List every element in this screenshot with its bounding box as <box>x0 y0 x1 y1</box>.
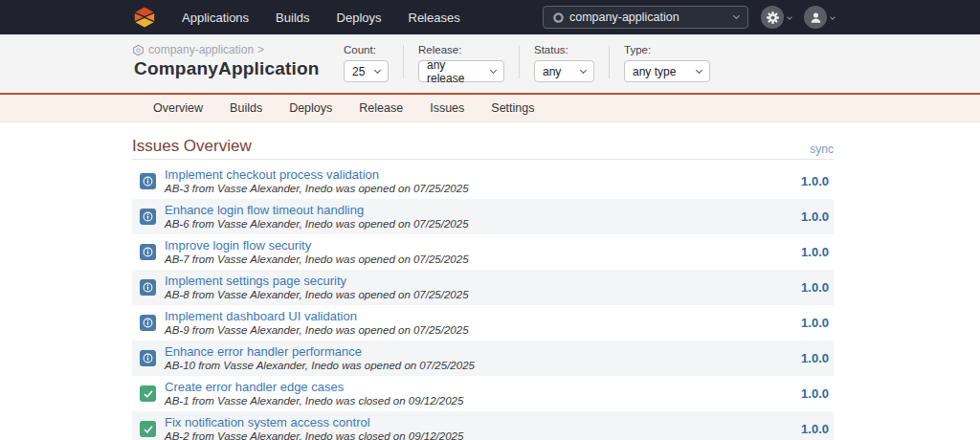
type-label: Type: <box>624 44 710 55</box>
issue-meta: AB-6 from Vasse Alexander, Inedo was ope… <box>165 217 469 231</box>
open-issue-icon <box>140 173 156 189</box>
tab-overview[interactable]: Overview <box>140 101 216 115</box>
issue-version-link[interactable]: 1.0.0 <box>801 209 829 224</box>
tab-release[interactable]: Release <box>345 101 416 115</box>
chevron-down-icon <box>490 67 497 74</box>
nav-releases[interactable]: Releases <box>395 11 474 25</box>
issue-row[interactable]: Enhance login flow timeout handling AB-6… <box>132 199 834 234</box>
title-block: company-application > CompanyApplication <box>132 34 329 79</box>
info-icon <box>142 317 154 329</box>
count-label: Count: <box>344 44 389 55</box>
issue-title-link[interactable]: Implement dashboard UI validation <box>165 309 469 323</box>
closed-issue-icon <box>140 421 156 437</box>
application-tabbar: Overview Builds Deploys Release Issues S… <box>0 95 980 122</box>
application-select[interactable]: company-application <box>543 6 748 29</box>
info-icon <box>142 281 154 294</box>
issue-title-link[interactable]: Fix notification system access control <box>165 415 463 429</box>
status-select[interactable]: any <box>534 60 594 82</box>
issue-version-link[interactable]: 1.0.0 <box>801 386 829 401</box>
user-icon <box>809 11 823 25</box>
issue-title-link[interactable]: Implement checkout process validation <box>165 167 469 182</box>
issue-row[interactable]: Improve login flow security AB-7 from Va… <box>132 234 834 270</box>
nav-applications[interactable]: Applications <box>168 11 262 25</box>
count-select[interactable]: 25 <box>344 60 389 82</box>
issue-version-link[interactable]: 1.0.0 <box>801 245 829 259</box>
nav-builds[interactable]: Builds <box>262 11 323 25</box>
filter-count: Count: 25 <box>329 44 403 82</box>
section-title: Issues Overview <box>132 137 252 156</box>
status-select-value: any <box>543 65 561 78</box>
issue-meta: AB-8 from Vasse Alexander, Inedo was ope… <box>165 288 469 301</box>
issue-row[interactable]: Implement settings page security AB-8 fr… <box>132 270 834 305</box>
gear-icon <box>766 11 780 25</box>
application-select-value: company-application <box>569 11 679 24</box>
breadcrumb-separator: > <box>257 43 264 56</box>
issue-list: Implement checkout process validation AB… <box>132 164 834 440</box>
issue-row[interactable]: Create error handler edge cases AB-1 fro… <box>132 376 834 411</box>
section-header: Issues Overview sync <box>132 122 834 160</box>
issue-title-link[interactable]: Enhance login flow timeout handling <box>165 203 469 217</box>
tab-issues[interactable]: Issues <box>416 101 478 115</box>
issue-text: Enhance login flow timeout handling AB-6… <box>165 203 469 231</box>
chevron-down-icon <box>733 12 740 19</box>
chevron-down-icon <box>374 66 381 73</box>
tab-builds[interactable]: Builds <box>216 101 276 115</box>
issue-title-link[interactable]: Create error handler edge cases <box>165 380 463 394</box>
user-caret-icon[interactable] <box>830 14 835 20</box>
tab-deploys[interactable]: Deploys <box>276 101 345 115</box>
issue-meta: AB-10 from Vasse Alexander, Inedo was op… <box>165 359 475 372</box>
issue-title-link[interactable]: Improve login flow security <box>165 238 469 253</box>
issue-text: Improve login flow security AB-7 from Va… <box>165 238 469 266</box>
closed-issue-icon <box>140 385 156 402</box>
issue-text: Implement dashboard UI validation AB-9 f… <box>165 309 469 337</box>
tab-settings[interactable]: Settings <box>478 101 547 115</box>
issue-text: Implement checkout process validation AB… <box>165 167 469 195</box>
issue-text: Implement settings page security AB-8 fr… <box>165 274 469 301</box>
issue-meta: AB-2 from Vasse Alexander, Inedo was clo… <box>165 429 463 440</box>
info-icon <box>142 246 154 258</box>
open-issue-icon <box>140 209 156 225</box>
issue-meta: AB-3 from Vasse Alexander, Inedo was ope… <box>165 182 469 195</box>
issue-version-link[interactable]: 1.0.0 <box>801 280 829 295</box>
issue-version-link[interactable]: 1.0.0 <box>801 422 829 436</box>
issue-meta: AB-7 from Vasse Alexander, Inedo was ope… <box>165 253 469 266</box>
count-select-value: 25 <box>352 65 365 78</box>
issue-meta: AB-1 from Vasse Alexander, Inedo was clo… <box>165 394 463 407</box>
release-select[interactable]: any release <box>418 60 504 82</box>
breadcrumb[interactable]: company-application > <box>132 43 329 56</box>
open-issue-icon <box>140 350 156 366</box>
application-hexagon-icon <box>132 44 145 56</box>
buildmaster-logo-icon <box>132 5 157 30</box>
top-navbar: Applications Builds Deploys Releases com… <box>0 0 980 34</box>
settings-button[interactable] <box>761 6 784 29</box>
chevron-down-icon <box>696 66 702 73</box>
issue-version-link[interactable]: 1.0.0 <box>801 316 829 330</box>
issue-version-link[interactable]: 1.0.0 <box>801 351 829 365</box>
filter-release: Release: any release <box>404 44 519 82</box>
issue-row[interactable]: Implement checkout process validation AB… <box>132 164 834 199</box>
buildmaster-logo[interactable] <box>132 5 157 30</box>
settings-caret-icon[interactable] <box>787 14 792 20</box>
check-icon <box>143 424 154 435</box>
issue-row[interactable]: Enhance error handler performance AB-10 … <box>132 341 834 376</box>
page-title: CompanyApplication <box>134 58 329 79</box>
issue-title-link[interactable]: Enhance error handler performance <box>165 344 475 359</box>
user-menu-button[interactable] <box>804 6 827 29</box>
type-select-value: any type <box>633 65 676 78</box>
issue-row[interactable]: Fix notification system access control A… <box>132 411 834 440</box>
issue-row[interactable]: Implement dashboard UI validation AB-9 f… <box>132 305 834 341</box>
type-select[interactable]: any type <box>624 60 710 82</box>
issue-text: Create error handler edge cases AB-1 fro… <box>165 380 463 407</box>
issue-title-link[interactable]: Implement settings page security <box>165 274 469 288</box>
issue-text: Fix notification system access control A… <box>165 415 463 440</box>
nav-deploys[interactable]: Deploys <box>323 11 395 25</box>
sync-link[interactable]: sync <box>810 143 834 156</box>
breadcrumb-label[interactable]: company-application <box>148 43 254 56</box>
open-issue-icon <box>140 279 156 296</box>
filter-status: Status: any <box>520 44 609 82</box>
main-menu: Applications Builds Deploys Releases <box>168 11 474 25</box>
issue-version-link[interactable]: 1.0.0 <box>801 174 829 188</box>
issue-text: Enhance error handler performance AB-10 … <box>165 344 475 372</box>
release-select-value: any release <box>427 58 483 85</box>
release-label: Release: <box>418 44 504 55</box>
